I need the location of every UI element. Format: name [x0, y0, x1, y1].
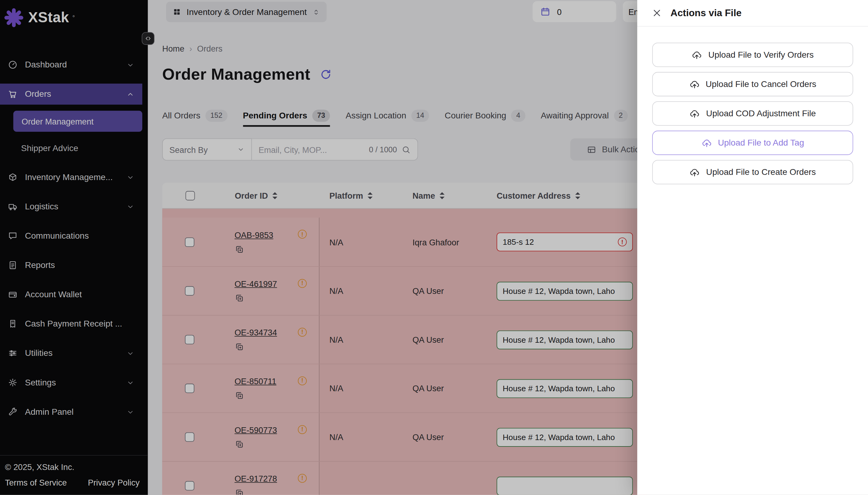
sidebar-item-reports[interactable]: Reports [0, 255, 142, 276]
customer-address-input[interactable]: House # 12, Wapda town, Laho [497, 379, 633, 398]
orders-submenu: Order Management Shipper Advice [0, 111, 148, 159]
breadcrumb-current: Orders [197, 44, 222, 53]
upload-verify-orders-button[interactable]: Upload File to Verify Orders [652, 43, 853, 67]
sidebar-item-inventory-management[interactable]: Inventory Manageme... [0, 167, 142, 188]
receipt-icon [7, 319, 18, 329]
customer-address-input[interactable]: 185-s 12 ! [497, 233, 633, 252]
row-checkbox[interactable] [185, 286, 194, 296]
search-input[interactable] [258, 144, 364, 154]
customer-address-input[interactable]: House # 12, Wapda town, Laho [497, 428, 633, 446]
customer-address-input[interactable]: House # 12, Wapda town, Laho [497, 330, 633, 349]
tab-pending-orders[interactable]: Pending Orders 73 [243, 106, 330, 127]
search-icon[interactable] [401, 144, 411, 154]
sidebar-item-cash-payment-receipt[interactable]: Cash Payment Receipt ... [0, 313, 142, 335]
order-id-link[interactable]: OE-461997 [234, 279, 277, 288]
sidebar-item-dashboard[interactable]: Dashboard [0, 54, 142, 75]
column-header-name[interactable]: Name [403, 191, 487, 200]
sort-icon[interactable] [273, 192, 277, 199]
drawer-action-label: Upload File to Create Orders [706, 167, 816, 177]
order-warning-icon[interactable]: ! [298, 376, 307, 385]
order-id-link[interactable]: OE-917278 [234, 474, 277, 483]
row-checkbox[interactable] [185, 432, 194, 442]
select-all-checkbox[interactable] [185, 191, 195, 200]
column-header-order-id[interactable]: Order ID [218, 191, 320, 200]
sidebar-item-admin-panel[interactable]: Admin Panel [0, 401, 142, 422]
duplicate-order-icon[interactable] [234, 488, 244, 495]
copyright-text: © 2025, XStak Inc. [5, 462, 143, 472]
search-by-select[interactable]: Search By [163, 139, 252, 161]
app-switcher[interactable]: Inventory & Order Management [166, 1, 327, 22]
sidebar-collapse-button[interactable] [142, 32, 154, 45]
sidebar-item-utilities[interactable]: Utilities [0, 343, 142, 364]
breadcrumb-home[interactable]: Home [163, 44, 185, 53]
row-checkbox[interactable] [185, 383, 194, 393]
terms-of-service-link[interactable]: Terms of Service [5, 478, 67, 487]
upload-cancel-orders-button[interactable]: Upload File to Cancel Orders [652, 72, 853, 97]
orders-table: Order ID Platform Name Customer Address [163, 183, 647, 495]
sidebar-item-label: Communications [25, 231, 135, 241]
platform-cell: N/A [320, 364, 403, 413]
sidebar-item-label: Orders [25, 89, 119, 99]
refresh-icon[interactable] [320, 69, 331, 80]
privacy-policy-link[interactable]: Privacy Policy [88, 478, 139, 487]
chevron-down-icon [126, 349, 135, 357]
upload-cloud-icon [701, 138, 712, 148]
column-header-platform[interactable]: Platform [320, 191, 403, 200]
page-header: Order Management [163, 65, 331, 84]
sidebar-item-settings[interactable]: Settings [0, 372, 142, 393]
customer-address-input[interactable] [497, 476, 633, 495]
tab-assign-location[interactable]: Assign Location 14 [346, 106, 429, 127]
order-id-link[interactable]: OE-934734 [234, 328, 277, 337]
duplicate-order-icon[interactable] [234, 342, 244, 352]
order-id-link[interactable]: OE-590773 [234, 425, 277, 434]
tab-awaiting-approval[interactable]: Awaiting Approval 2 [541, 106, 628, 127]
row-checkbox[interactable] [185, 335, 194, 344]
sidebar-item-order-management[interactable]: Order Management [13, 111, 142, 132]
search-field: 0 / 1000 [252, 139, 418, 161]
duplicate-order-icon[interactable] [234, 293, 244, 303]
order-warning-icon[interactable]: ! [298, 230, 307, 239]
close-icon[interactable] [652, 8, 662, 18]
row-checkbox[interactable] [185, 237, 194, 246]
order-warning-icon[interactable]: ! [298, 425, 307, 434]
order-id-link[interactable]: OAB-9853 [234, 230, 273, 240]
truck-icon [7, 201, 18, 211]
sort-icon[interactable] [368, 192, 372, 199]
duplicate-order-icon[interactable] [234, 440, 244, 449]
sidebar-item-account-wallet[interactable]: Account Wallet [0, 284, 142, 305]
upload-cod-adjustment-button[interactable]: Upload COD Adjustment File [652, 101, 853, 126]
sidebar-item-shipper-advice[interactable]: Shipper Advice [0, 138, 148, 159]
order-warning-icon[interactable]: ! [298, 474, 307, 482]
row-checkbox[interactable] [185, 481, 194, 491]
duplicate-order-icon[interactable] [234, 244, 244, 254]
sidebar-item-logistics[interactable]: Logistics [0, 196, 142, 217]
order-warning-icon[interactable]: ! [298, 327, 307, 336]
sidebar-nav: Dashboard Orders Order Management Shippe… [0, 30, 148, 455]
order-warning-icon[interactable]: ! [298, 279, 307, 288]
name-cell: Iqra Ghafoor [403, 218, 487, 267]
wallet-icon [7, 290, 18, 300]
sidebar-item-communications[interactable]: Communications [0, 225, 142, 246]
sort-icon[interactable] [575, 192, 580, 199]
date-widget[interactable]: 0 [532, 1, 616, 22]
sidebar-item-label: Dashboard [25, 60, 119, 70]
tab-count-badge: 152 [205, 110, 227, 122]
address-cell: House # 12, Wapda town, Laho [487, 267, 647, 315]
table-body: OAB-9853 ! N/A Iqra Ghafoor 185-s 12 ! [163, 209, 647, 495]
duplicate-order-icon[interactable] [234, 391, 244, 400]
sidebar-item-orders[interactable]: Orders [0, 84, 142, 105]
drawer-action-label: Upload COD Adjustment File [706, 109, 816, 119]
column-header-customer-address[interactable]: Customer Address [487, 191, 647, 200]
tab-all-orders[interactable]: All Orders 152 [163, 106, 227, 127]
tab-courier-booking[interactable]: Courier Booking 4 [445, 106, 525, 127]
customer-address-input[interactable]: House # 12, Wapda town, Laho [497, 281, 633, 300]
upload-cloud-icon [690, 167, 700, 177]
upload-add-tag-button[interactable]: Upload File to Add Tag [652, 131, 853, 155]
sort-icon[interactable] [440, 192, 444, 199]
upload-create-orders-button[interactable]: Upload File to Create Orders [652, 160, 853, 184]
chevron-down-icon [126, 378, 135, 387]
order-id-link[interactable]: OE-850711 [234, 377, 276, 386]
chevron-down-icon [126, 173, 135, 181]
address-cell: House # 12, Wapda town, Laho [487, 364, 647, 413]
brand-logo[interactable]: XStak ° [0, 0, 148, 30]
